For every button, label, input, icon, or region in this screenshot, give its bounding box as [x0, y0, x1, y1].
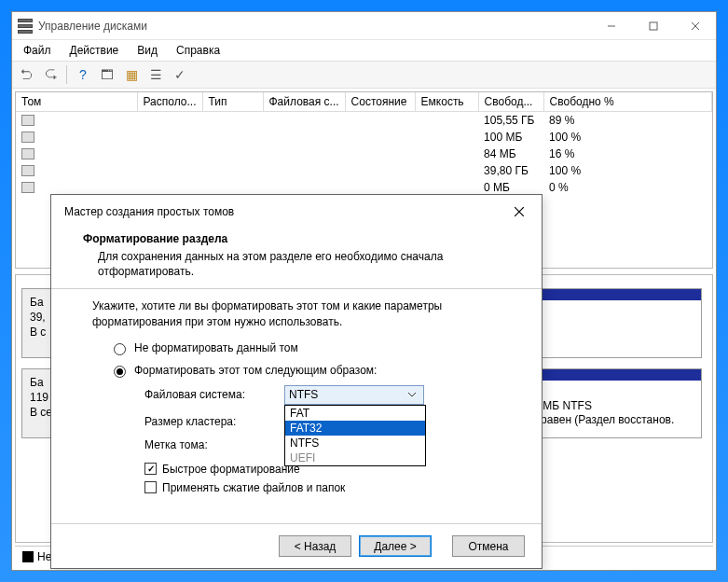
partition[interactable]: [529, 288, 702, 358]
menu-view[interactable]: Вид: [130, 42, 165, 59]
toolbar: ⮌ ⮎ ? 🗔 ▦ ☰ ✓: [12, 61, 716, 89]
toolbar-detail-icon[interactable]: ☰: [145, 64, 166, 85]
window-controls: [590, 12, 716, 39]
radio-do-format-label: Форматировать этот том следующим образом…: [134, 364, 377, 377]
checkbox-icon: [144, 463, 157, 475]
col-loc[interactable]: Располо...: [137, 92, 202, 112]
dialog-body: Укажите, хотите ли вы форматировать этот…: [51, 289, 542, 523]
minimize-button[interactable]: [590, 12, 632, 39]
volume-icon: [21, 115, 34, 126]
client-area: Том Располо... Тип Файловая с... Состоян…: [12, 89, 716, 570]
toolbar-refresh-icon[interactable]: ?: [73, 64, 93, 85]
volume-icon: [21, 182, 34, 193]
partition[interactable]: 516 МБ NTFS Исправен (Раздел восстанов.: [515, 368, 702, 438]
fs-option-fat32[interactable]: FAT32: [285, 421, 425, 436]
toolbar-help-icon[interactable]: ✓: [170, 64, 190, 85]
next-button[interactable]: Далее >: [359, 535, 432, 557]
toolbar-sep: [66, 65, 67, 84]
col-tom[interactable]: Том: [16, 92, 137, 112]
menu-action[interactable]: Действие: [62, 42, 127, 59]
filesystem-dropdown-list: FAT FAT32 NTFS UEFI: [284, 405, 426, 466]
compress-checkbox[interactable]: Применять сжатие файлов и папок: [144, 481, 510, 494]
toolbar-list-icon[interactable]: ▦: [121, 64, 142, 85]
maximize-button[interactable]: [632, 12, 674, 39]
toolbar-properties-icon[interactable]: 🗔: [97, 64, 117, 85]
format-options: Файловая система: NTFS FAT FAT32 NTFS UE…: [144, 385, 510, 451]
table-row[interactable]: 84 МБ16 %: [16, 146, 712, 162]
dialog-title: Мастер создания простых томов: [64, 205, 234, 218]
menu-help[interactable]: Справка: [169, 42, 227, 59]
partition-color-bar: [515, 369, 701, 381]
toolbar-back-icon[interactable]: ⮌: [16, 64, 36, 85]
volume-table: Том Располо... Тип Файловая с... Состоян…: [16, 92, 712, 196]
radio-do-format[interactable]: Форматировать этот том следующим образом…: [109, 363, 510, 378]
label-volume-label: Метка тома:: [144, 438, 284, 451]
checkbox-icon: [144, 481, 157, 493]
dialog-header: Форматирование раздела Для сохранения да…: [51, 227, 542, 288]
window-title: Управление дисками: [38, 20, 147, 33]
table-row[interactable]: 105,55 ГБ89 %: [16, 112, 712, 130]
menubar: Файл Действие Вид Справка: [12, 40, 716, 61]
radio-do-format-input[interactable]: [114, 366, 126, 378]
col-capacity[interactable]: Емкость: [415, 92, 478, 112]
close-button[interactable]: [674, 12, 716, 39]
chevron-down-icon: [405, 391, 419, 398]
radio-no-format-input[interactable]: [114, 343, 126, 355]
cancel-button[interactable]: Отмена: [452, 535, 525, 557]
new-simple-volume-wizard: Мастер создания простых томов Форматиров…: [50, 194, 543, 569]
col-free[interactable]: Свобод...: [478, 92, 543, 112]
col-state[interactable]: Состояние: [345, 92, 415, 112]
compress-label: Применять сжатие файлов и папок: [162, 481, 345, 494]
partition-color-bar: [529, 289, 701, 300]
fs-option-ntfs[interactable]: NTFS: [285, 436, 425, 450]
col-type[interactable]: Тип: [202, 92, 263, 112]
dialog-intro: Укажите, хотите ли вы форматировать этот…: [92, 298, 510, 328]
label-filesystem: Файловая система:: [144, 388, 284, 401]
dialog-titlebar: Мастер создания простых томов: [51, 195, 542, 227]
dialog-close-icon[interactable]: [506, 202, 532, 221]
dialog-caption: Форматирование раздела: [83, 232, 510, 249]
volume-icon: [21, 132, 34, 143]
fs-option-uefi[interactable]: UEFI: [285, 450, 425, 465]
label-cluster: Размер кластера:: [144, 415, 284, 428]
dialog-button-bar: < Назад Далее > Отмена: [51, 523, 542, 568]
radio-no-format[interactable]: Не форматировать данный том: [109, 340, 510, 355]
col-fs[interactable]: Файловая с...: [263, 92, 345, 112]
svg-rect-1: [650, 22, 657, 30]
quick-format-label: Быстрое форматирование: [162, 463, 300, 476]
fs-option-fat[interactable]: FAT: [285, 406, 425, 421]
table-row[interactable]: 100 МБ100 %: [16, 129, 712, 146]
back-button[interactable]: < Назад: [279, 535, 351, 557]
menu-file[interactable]: Файл: [16, 42, 59, 59]
volume-icon: [21, 165, 34, 176]
titlebar: Управление дисками: [12, 12, 716, 40]
table-row[interactable]: 39,80 ГБ100 %: [16, 162, 712, 179]
radio-no-format-label: Не форматировать данный том: [134, 341, 298, 354]
col-freepct[interactable]: Свободно %: [543, 92, 711, 112]
swatch-black-icon: [22, 551, 34, 562]
volume-icon: [21, 148, 34, 159]
app-icon: [18, 19, 33, 34]
filesystem-dropdown[interactable]: NTFS FAT FAT32 NTFS UEFI: [284, 385, 424, 405]
disk-management-window: Управление дисками Файл Действие Вид Спр…: [11, 11, 717, 571]
dialog-subtitle: Для сохранения данных на этом разделе ег…: [83, 249, 493, 279]
filesystem-selected: NTFS: [289, 388, 318, 401]
toolbar-forward-icon[interactable]: ⮎: [40, 64, 61, 85]
